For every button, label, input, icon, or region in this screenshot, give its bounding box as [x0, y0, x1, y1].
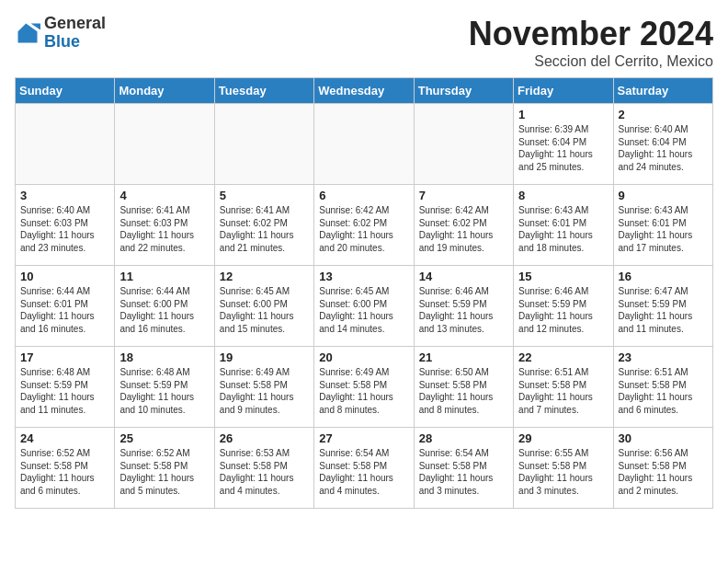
calendar-day: 12Sunrise: 6:45 AM Sunset: 6:00 PM Dayli… [214, 266, 313, 347]
day-detail: Sunrise: 6:42 AM Sunset: 6:02 PM Dayligh… [419, 204, 508, 254]
day-detail: Sunrise: 6:54 AM Sunset: 5:58 PM Dayligh… [319, 447, 408, 497]
calendar-week-row: 24Sunrise: 6:52 AM Sunset: 5:58 PM Dayli… [16, 428, 713, 509]
day-number: 19 [220, 350, 309, 364]
month-title: November 2024 [469, 15, 713, 53]
weekday-header: Sunday [16, 78, 115, 104]
day-detail: Sunrise: 6:50 AM Sunset: 5:58 PM Dayligh… [419, 366, 508, 416]
day-number: 28 [419, 431, 508, 445]
day-number: 4 [119, 189, 209, 202]
logo-text: General Blue [44, 15, 106, 52]
day-number: 29 [518, 431, 608, 445]
weekday-header: Saturday [613, 78, 712, 104]
day-detail: Sunrise: 6:45 AM Sunset: 6:00 PM Dayligh… [220, 285, 309, 335]
calendar-day: 6Sunrise: 6:42 AM Sunset: 6:02 PM Daylig… [314, 185, 414, 266]
day-number: 30 [619, 431, 708, 445]
calendar-day: 16Sunrise: 6:47 AM Sunset: 5:59 PM Dayli… [613, 266, 712, 347]
day-detail: Sunrise: 6:44 AM Sunset: 6:00 PM Dayligh… [119, 285, 209, 335]
calendar-day: 13Sunrise: 6:45 AM Sunset: 6:00 PM Dayli… [314, 266, 414, 347]
day-detail: Sunrise: 6:55 AM Sunset: 5:58 PM Dayligh… [518, 447, 608, 497]
calendar-day: 3Sunrise: 6:40 AM Sunset: 6:03 PM Daylig… [16, 185, 115, 266]
day-detail: Sunrise: 6:48 AM Sunset: 5:59 PM Dayligh… [20, 366, 109, 416]
calendar-day: 26Sunrise: 6:53 AM Sunset: 5:58 PM Dayli… [214, 428, 313, 509]
calendar-day: 28Sunrise: 6:54 AM Sunset: 5:58 PM Dayli… [414, 428, 513, 509]
day-number: 7 [419, 189, 508, 202]
day-detail: Sunrise: 6:52 AM Sunset: 5:58 PM Dayligh… [119, 447, 209, 497]
day-number: 2 [619, 108, 708, 121]
day-number: 12 [220, 270, 309, 283]
calendar-day [115, 104, 214, 185]
day-number: 22 [518, 350, 608, 364]
day-number: 17 [20, 350, 109, 364]
calendar-day: 30Sunrise: 6:56 AM Sunset: 5:58 PM Dayli… [613, 428, 712, 509]
calendar-table: SundayMondayTuesdayWednesdayThursdayFrid… [15, 77, 713, 509]
day-detail: Sunrise: 6:45 AM Sunset: 6:00 PM Dayligh… [319, 285, 408, 335]
calendar-day: 21Sunrise: 6:50 AM Sunset: 5:58 PM Dayli… [414, 347, 513, 428]
calendar-day: 10Sunrise: 6:44 AM Sunset: 6:01 PM Dayli… [16, 266, 115, 347]
day-detail: Sunrise: 6:54 AM Sunset: 5:58 PM Dayligh… [419, 447, 508, 497]
weekday-header: Tuesday [214, 78, 313, 104]
calendar-day: 11Sunrise: 6:44 AM Sunset: 6:00 PM Dayli… [115, 266, 214, 347]
calendar-day: 8Sunrise: 6:43 AM Sunset: 6:01 PM Daylig… [514, 185, 613, 266]
day-number: 3 [20, 189, 109, 202]
day-number: 1 [518, 108, 608, 121]
day-number: 20 [319, 350, 408, 364]
logo: General Blue [15, 15, 106, 52]
calendar-day [16, 104, 115, 185]
day-detail: Sunrise: 6:39 AM Sunset: 6:04 PM Dayligh… [518, 123, 608, 173]
day-detail: Sunrise: 6:43 AM Sunset: 6:01 PM Dayligh… [619, 204, 708, 254]
day-number: 5 [220, 189, 309, 202]
day-number: 8 [518, 189, 608, 202]
day-detail: Sunrise: 6:41 AM Sunset: 6:03 PM Dayligh… [119, 204, 209, 254]
calendar-header: SundayMondayTuesdayWednesdayThursdayFrid… [16, 78, 713, 104]
calendar-week-row: 1Sunrise: 6:39 AM Sunset: 6:04 PM Daylig… [16, 104, 713, 185]
calendar-day: 20Sunrise: 6:49 AM Sunset: 5:58 PM Dayli… [314, 347, 414, 428]
day-number: 16 [619, 270, 708, 283]
day-number: 9 [619, 189, 708, 202]
day-detail: Sunrise: 6:40 AM Sunset: 6:03 PM Dayligh… [20, 204, 109, 254]
calendar-day: 24Sunrise: 6:52 AM Sunset: 5:58 PM Dayli… [16, 428, 115, 509]
calendar-day [414, 104, 513, 185]
calendar-day: 1Sunrise: 6:39 AM Sunset: 6:04 PM Daylig… [514, 104, 613, 185]
calendar-day: 2Sunrise: 6:40 AM Sunset: 6:04 PM Daylig… [613, 104, 712, 185]
calendar-week-row: 10Sunrise: 6:44 AM Sunset: 6:01 PM Dayli… [16, 266, 713, 347]
day-number: 14 [419, 270, 508, 283]
day-detail: Sunrise: 6:49 AM Sunset: 5:58 PM Dayligh… [319, 366, 408, 416]
calendar-week-row: 3Sunrise: 6:40 AM Sunset: 6:03 PM Daylig… [16, 185, 713, 266]
calendar-day [314, 104, 414, 185]
calendar-day: 9Sunrise: 6:43 AM Sunset: 6:01 PM Daylig… [613, 185, 712, 266]
calendar-day: 5Sunrise: 6:41 AM Sunset: 6:02 PM Daylig… [214, 185, 313, 266]
day-detail: Sunrise: 6:53 AM Sunset: 5:58 PM Dayligh… [220, 447, 309, 497]
calendar-day: 15Sunrise: 6:46 AM Sunset: 5:59 PM Dayli… [514, 266, 613, 347]
day-number: 24 [20, 431, 109, 445]
calendar-body: 1Sunrise: 6:39 AM Sunset: 6:04 PM Daylig… [16, 104, 713, 509]
calendar-week-row: 17Sunrise: 6:48 AM Sunset: 5:59 PM Dayli… [16, 347, 713, 428]
weekday-header: Monday [115, 78, 214, 104]
day-number: 27 [319, 431, 408, 445]
logo-blue: Blue [44, 32, 80, 51]
calendar-day: 7Sunrise: 6:42 AM Sunset: 6:02 PM Daylig… [414, 185, 513, 266]
calendar-day: 23Sunrise: 6:51 AM Sunset: 5:58 PM Dayli… [613, 347, 712, 428]
day-number: 25 [119, 431, 209, 445]
day-number: 18 [119, 350, 209, 364]
day-detail: Sunrise: 6:42 AM Sunset: 6:02 PM Dayligh… [319, 204, 408, 254]
day-detail: Sunrise: 6:44 AM Sunset: 6:01 PM Dayligh… [20, 285, 109, 335]
day-number: 11 [119, 270, 209, 283]
logo-general: General [44, 14, 106, 32]
day-detail: Sunrise: 6:51 AM Sunset: 5:58 PM Dayligh… [518, 366, 608, 416]
calendar-day: 4Sunrise: 6:41 AM Sunset: 6:03 PM Daylig… [115, 185, 214, 266]
calendar-day: 25Sunrise: 6:52 AM Sunset: 5:58 PM Dayli… [115, 428, 214, 509]
weekday-header: Friday [514, 78, 613, 104]
title-block: November 2024 Seccion del Cerrito, Mexic… [469, 15, 713, 70]
day-detail: Sunrise: 6:56 AM Sunset: 5:58 PM Dayligh… [619, 447, 708, 497]
calendar-day [214, 104, 313, 185]
day-number: 13 [319, 270, 408, 283]
day-detail: Sunrise: 6:46 AM Sunset: 5:59 PM Dayligh… [419, 285, 508, 335]
day-detail: Sunrise: 6:41 AM Sunset: 6:02 PM Dayligh… [220, 204, 309, 254]
weekday-row: SundayMondayTuesdayWednesdayThursdayFrid… [16, 78, 713, 104]
logo-icon [15, 20, 40, 46]
calendar-day: 14Sunrise: 6:46 AM Sunset: 5:59 PM Dayli… [414, 266, 513, 347]
calendar-day: 27Sunrise: 6:54 AM Sunset: 5:58 PM Dayli… [314, 428, 414, 509]
day-detail: Sunrise: 6:46 AM Sunset: 5:59 PM Dayligh… [518, 285, 608, 335]
calendar-day: 17Sunrise: 6:48 AM Sunset: 5:59 PM Dayli… [16, 347, 115, 428]
page-header: General Blue November 2024 Seccion del C… [15, 15, 713, 70]
